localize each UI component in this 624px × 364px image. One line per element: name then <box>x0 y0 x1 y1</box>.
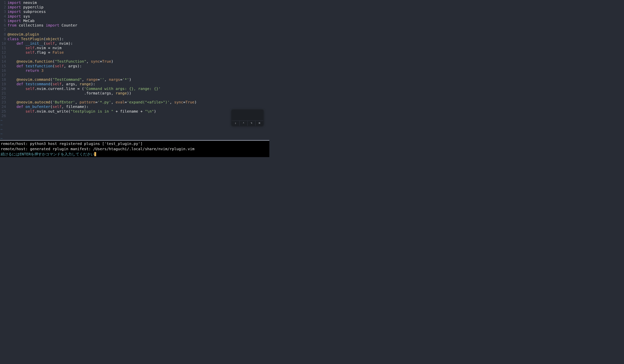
line-number: 10 <box>0 41 7 45</box>
code-text <box>7 95 7 100</box>
code-line[interactable]: 10 def __init__(self, nvim): <box>0 41 269 45</box>
code-text: @neovim.plugin <box>7 32 39 36</box>
line-number: 1 <box>0 0 7 4</box>
line-number: 23 <box>0 100 7 104</box>
code-text: self.nvim = nvim <box>7 45 62 50</box>
code-text: return 3 <box>7 68 44 72</box>
code-line[interactable]: 22 <box>0 95 269 100</box>
code-line[interactable]: 15 def testfunction(self, args): <box>0 63 269 68</box>
code-line[interactable]: 9class TestPlugin(object): <box>0 36 269 41</box>
code-text: self.nvim.out_write("testplugin is in " … <box>7 109 156 113</box>
ime-panel[interactable]: ⇧＾⌥⌘ <box>232 110 263 126</box>
code-text: def on_bufenter(self, filename): <box>7 104 89 108</box>
code-line[interactable]: 4import sys <box>0 14 269 18</box>
message-area: remote/host: python3 host registered plu… <box>0 141 269 157</box>
code-text: self.nvim.current.line = ('Command with … <box>7 86 161 91</box>
code-text: from collections import Counter <box>7 23 77 27</box>
line-number: 24 <box>0 104 7 108</box>
code-line[interactable]: 5import MeCab <box>0 18 269 23</box>
line-number: 8 <box>0 32 7 36</box>
ime-modifier-key[interactable]: ⇧ <box>232 121 240 126</box>
code-line[interactable]: 25 self.nvim.out_write("testplugin is in… <box>0 109 269 113</box>
code-text <box>7 72 7 77</box>
code-text: import subprocess <box>7 9 46 13</box>
code-line[interactable]: 23 @neovim.autocmd('BufEnter', pattern='… <box>0 100 269 104</box>
line-number: 9 <box>0 36 7 41</box>
code-text: import sys <box>7 14 30 18</box>
ime-modifier-key[interactable]: ⌥ <box>248 121 256 126</box>
code-text: self.flag = False <box>7 50 64 54</box>
line-number: 22 <box>0 95 7 100</box>
code-line[interactable]: 24 def on_bufenter(self, filename): <box>0 104 269 108</box>
line-number: 14 <box>0 59 7 63</box>
line-number: 11 <box>0 45 7 50</box>
line-number: 17 <box>0 72 7 77</box>
tilde-marker: ~ <box>0 127 7 131</box>
code-text: .format(args, range)) <box>7 91 131 95</box>
line-number: 25 <box>0 109 7 113</box>
line-number: 3 <box>0 9 7 13</box>
code-buffer[interactable]: 1import neovim2import pyperclip3import s… <box>0 0 269 140</box>
message-line-1: remote/host: python3 host registered plu… <box>0 141 269 146</box>
code-line[interactable]: 11 self.nvim = nvim <box>0 45 269 50</box>
code-line[interactable]: 21 .format(args, range)) <box>0 91 269 95</box>
line-number: 26 <box>0 113 7 118</box>
code-text: import neovim <box>7 0 37 4</box>
code-line[interactable]: 3import subprocess <box>0 9 269 13</box>
empty-line: ~ <box>0 131 269 136</box>
line-number: 6 <box>0 23 7 27</box>
line-number: 15 <box>0 63 7 68</box>
tilde-marker: ~ <box>0 122 7 127</box>
line-number: 16 <box>0 68 7 72</box>
press-enter-prompt[interactable]: 続けるにはENTERを押すかコマンドを入力してください <box>0 152 269 157</box>
line-number: 13 <box>0 54 7 59</box>
code-line[interactable]: 26 <box>0 113 269 118</box>
code-line[interactable]: 17 <box>0 72 269 77</box>
code-line[interactable]: 19 def testcommand(self, args, range): <box>0 81 269 86</box>
code-line[interactable]: 6from collections import Counter <box>0 23 269 27</box>
code-text: def __init__(self, nvim): <box>7 41 73 45</box>
code-text <box>7 113 7 118</box>
line-number: 7 <box>0 27 7 32</box>
code-line[interactable]: 13 <box>0 54 269 59</box>
prompt-text: 続けるにはENTERを押すかコマンドを入力してください <box>1 152 94 157</box>
code-line[interactable]: 14 @neovim.function("TestFunction", sync… <box>0 59 269 63</box>
ime-keys-row: ⇧＾⌥⌘ <box>232 121 263 126</box>
line-number: 5 <box>0 18 7 23</box>
code-text: import pyperclip <box>7 4 44 9</box>
message-line-2: remote/host: generated rplugin manifest:… <box>0 146 269 152</box>
code-text: def testfunction(self, args): <box>7 63 82 68</box>
line-number: 12 <box>0 50 7 54</box>
code-line[interactable]: 8@neovim.plugin <box>0 32 269 36</box>
tilde-marker: ~ <box>0 136 7 140</box>
empty-line: ~ <box>0 127 269 131</box>
ime-modifier-key[interactable]: ⌘ <box>256 121 263 126</box>
line-number: 19 <box>0 81 7 86</box>
line-number: 4 <box>0 14 7 18</box>
code-line[interactable]: 20 self.nvim.current.line = ('Command wi… <box>0 86 269 91</box>
code-line[interactable]: 16 return 3 <box>0 68 269 72</box>
line-number: 2 <box>0 4 7 9</box>
empty-line: ~ <box>0 122 269 127</box>
code-line[interactable]: 12 self.flag = False <box>0 50 269 54</box>
line-number: 20 <box>0 86 7 91</box>
code-text <box>7 27 7 32</box>
code-text: def testcommand(self, args, range): <box>7 81 95 86</box>
code-line[interactable]: 7 <box>0 27 269 32</box>
code-text: @neovim.autocmd('BufEnter', pattern='*.p… <box>7 100 197 104</box>
code-line[interactable]: 1import neovim <box>0 0 269 4</box>
line-number: 18 <box>0 77 7 81</box>
code-text: @neovim.function("TestFunction", sync=Tr… <box>7 59 113 63</box>
code-text <box>7 54 7 59</box>
cursor <box>94 152 96 156</box>
code-line[interactable]: 18 @neovim.command("TestCommand", range=… <box>0 77 269 81</box>
empty-line: ~ <box>0 118 269 122</box>
empty-line: ~ <box>0 136 269 140</box>
code-text: class TestPlugin(object): <box>7 36 64 41</box>
editor-root: 1import neovim2import pyperclip3import s… <box>0 0 269 157</box>
tilde-marker: ~ <box>0 118 7 122</box>
code-line[interactable]: 2import pyperclip <box>0 4 269 9</box>
tilde-marker: ~ <box>0 131 7 136</box>
code-text: import MeCab <box>7 18 35 23</box>
ime-modifier-key[interactable]: ＾ <box>240 121 248 126</box>
